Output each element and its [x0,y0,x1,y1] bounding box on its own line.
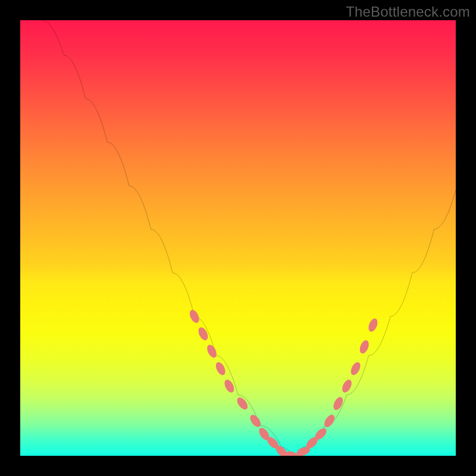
marker-point [340,378,353,394]
marker-point [367,317,379,333]
chart-frame: TheBottleneck.com [0,0,476,476]
marker-point [196,326,209,342]
marker-point [235,396,250,412]
bottleneck-curve [42,20,456,456]
marker-point [331,396,345,412]
marker-point [223,378,236,394]
curve-layer [20,20,456,456]
plot-area [20,20,456,456]
watermark-text: TheBottleneck.com [346,4,470,20]
marker-point [205,343,218,359]
marker-point [214,361,227,377]
marker-point [188,308,201,324]
marker-point [358,339,371,355]
marker-point [248,413,263,429]
marker-point [349,361,362,377]
highlighted-points [188,308,380,456]
